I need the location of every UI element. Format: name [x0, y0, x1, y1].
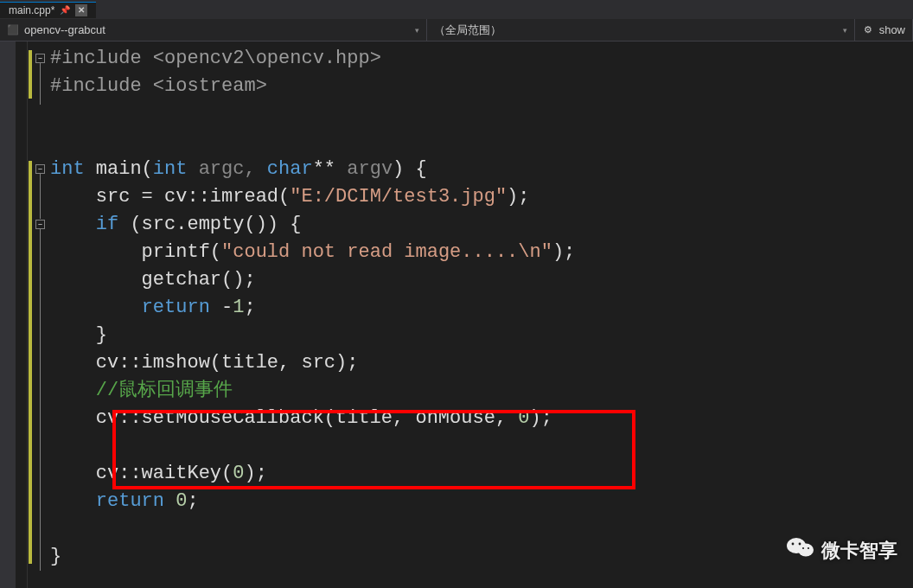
outline-guide [40, 63, 41, 105]
change-bar [29, 161, 32, 564]
change-bar [29, 50, 32, 99]
change-tracking-margin [28, 42, 35, 588]
file-tab-active[interactable]: main.cpp* 📌 ✕ [0, 2, 96, 18]
svg-point-5 [808, 547, 809, 549]
navigation-bar: ⬛ opencv--grabcut ▾ （全局范围） ▾ ⚙ show [0, 19, 913, 42]
svg-point-2 [792, 543, 795, 546]
wechat-icon [787, 535, 814, 566]
tab-title: main.cpp* [9, 4, 54, 16]
tab-bar: main.cpp* 📌 ✕ [0, 0, 913, 19]
code-content[interactable]: #include <opencv2\opencv.hpp> #include <… [47, 42, 913, 588]
project-icon: ⬛ [7, 24, 19, 36]
project-selector[interactable]: ⬛ opencv--grabcut ▾ [0, 19, 427, 41]
collapse-toggle[interactable]: – [35, 220, 45, 229]
svg-point-1 [798, 544, 814, 557]
svg-point-3 [799, 543, 801, 546]
chevron-down-icon: ▾ [843, 26, 847, 35]
function-icon: ⚙ [862, 24, 874, 36]
close-icon[interactable]: ✕ [75, 4, 87, 16]
member-selector[interactable]: ⚙ show [855, 19, 913, 41]
member-name: show [879, 23, 905, 36]
indicator-margin [16, 42, 28, 588]
outline-guide [40, 174, 41, 219]
overview-margin [0, 42, 16, 588]
scope-label: （全局范围） [434, 22, 501, 38]
scope-selector[interactable]: （全局范围） ▾ [427, 19, 854, 41]
watermark: 微卡智享 [787, 535, 897, 566]
outlining-margin: – – – [35, 42, 47, 588]
chevron-down-icon: ▾ [415, 26, 419, 35]
project-name: opencv--grabcut [24, 23, 105, 36]
collapse-toggle[interactable]: – [35, 54, 45, 63]
outline-guide [40, 229, 41, 571]
code-editor[interactable]: – – – #include <opencv2\opencv.hpp> #inc… [0, 42, 913, 588]
pin-icon[interactable]: 📌 [60, 5, 70, 15]
svg-point-4 [802, 547, 804, 549]
watermark-text: 微卡智享 [821, 538, 897, 564]
collapse-toggle[interactable]: – [35, 164, 45, 174]
